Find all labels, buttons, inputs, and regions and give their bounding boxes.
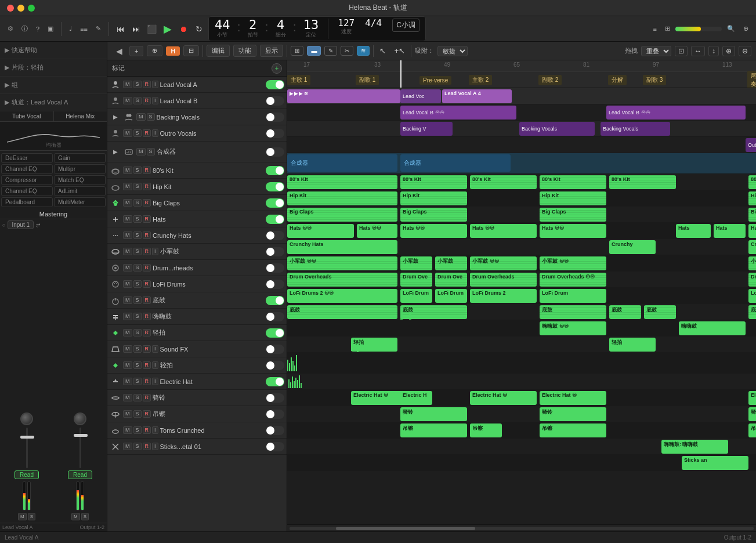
clip-hats-3[interactable]: Hats ♾♾ [400, 224, 467, 238]
clip-80s-6[interactable]: 80's Kit [748, 175, 756, 189]
solo-btn-overheads[interactable]: S [133, 264, 142, 272]
clip-vocal-b-2[interactable]: Lead Vocal B ♾♾ [606, 106, 746, 120]
input-selector[interactable]: Input 1 [8, 220, 34, 229]
clip-overheads-2[interactable]: Drum Ove [400, 273, 432, 287]
clip-backing-1[interactable]: Backing V [400, 122, 453, 136]
key-display[interactable]: C小调 [392, 19, 419, 32]
clip-electrichat-3[interactable]: Electric Hat ♾ [470, 391, 537, 405]
clip-crash-1[interactable]: 吊镲 [400, 423, 467, 437]
tracks-scroll-area[interactable]: ▶ ▶ ▶ ≋ Lead Vocal A 4 Lead Voc Lead Voc… [287, 88, 756, 524]
record-btn-snare[interactable]: R [143, 248, 151, 255]
clip-kick-5[interactable]: 底鼓 [644, 305, 676, 319]
cycle-button[interactable]: ↻ [192, 23, 206, 35]
solo-btn-electrichat[interactable]: S [133, 378, 142, 385]
channel2-fader-thumb[interactable] [74, 434, 88, 437]
clip-vocal-b-1[interactable]: Lead Vocal B ♾♾ [400, 106, 516, 120]
record-btn-vocal-a[interactable]: R [143, 81, 151, 88]
mute-btn-snare[interactable]: M [123, 248, 132, 255]
clip-hats-5[interactable]: Hats ♾♾ [540, 224, 606, 238]
clip-lofi-5[interactable]: LoFi Drum [540, 289, 606, 303]
clip-80s-5[interactable]: 80's Kit [609, 175, 676, 189]
channel1-read-btn[interactable]: Read [15, 470, 39, 479]
clip-hip-3[interactable]: Hip Kit [540, 191, 606, 205]
channel2-m-btn[interactable]: M [71, 513, 80, 520]
clip-hats-4[interactable]: Hats ♾♾ [470, 224, 537, 238]
list-icon[interactable]: ≡ [650, 24, 660, 34]
solo-btn-crash[interactable]: S [133, 410, 142, 418]
input-btn-vocal-b[interactable]: I [152, 97, 158, 104]
record-btn-lightclap[interactable]: R [143, 329, 151, 336]
track-toggle-lofi[interactable] [266, 280, 284, 289]
expand-synth-icon[interactable]: ▶ [110, 149, 121, 155]
record-btn-hip[interactable]: R [143, 183, 151, 190]
track-toggle-backing[interactable] [266, 113, 284, 122]
output-meter[interactable] [675, 27, 722, 31]
clip-hats-6[interactable]: Hats [676, 224, 711, 238]
clip-hip-1[interactable]: Hip Kit [287, 191, 397, 205]
clip-overheads-4[interactable]: Drum Overheads [470, 273, 537, 287]
track-toggle-soundfx[interactable] [266, 345, 284, 354]
clip-electrichat-2[interactable]: Electric H [400, 391, 432, 405]
pointer-tool[interactable]: ↖ [377, 45, 388, 56]
zoom-h-button[interactable]: ↔ [691, 46, 705, 56]
zoom-out-button[interactable]: ⊖ [739, 46, 751, 56]
play-button[interactable]: ▶ [161, 23, 175, 35]
solo-btn-hats[interactable]: S [133, 215, 142, 223]
record-btn-hihat[interactable]: R [143, 313, 151, 320]
input-btn-electrichat[interactable]: I [152, 378, 158, 385]
plugin-pedalboard[interactable]: Pedalboard [1, 197, 53, 207]
add-tool[interactable]: +↖ [392, 45, 407, 56]
input-btn-toms[interactable]: I [152, 426, 158, 434]
clip-lofi-2[interactable]: LoFi Drum [400, 289, 432, 303]
clip-electrichat-4[interactable]: Electric Hat ♾ [540, 391, 606, 405]
clip-electrichat-5[interactable]: Electric H [748, 391, 756, 405]
clip-ride-3[interactable]: 骑铃 [748, 407, 756, 421]
input-btn-vocal-a[interactable]: I [152, 81, 158, 88]
solo-btn-vocal-b[interactable]: S [133, 97, 142, 104]
clip-crash-4[interactable]: 吊镲 [748, 423, 756, 437]
maximize-button[interactable] [28, 5, 35, 12]
solo-btn-80s[interactable]: S [133, 166, 142, 174]
record-btn-ride[interactable]: R [143, 394, 151, 401]
mute-btn-hihat[interactable]: M [123, 313, 132, 320]
record-btn-80s[interactable]: R [143, 166, 151, 174]
zoom-in-button[interactable]: ⊕ [722, 46, 735, 56]
plugin-multipr[interactable]: Multipr [54, 164, 106, 174]
record-btn-overheads[interactable]: R [143, 264, 151, 272]
mute-btn-kick[interactable]: M [123, 296, 132, 304]
mute-btn-sticks[interactable]: M [123, 443, 132, 450]
track-toggle-crunchy[interactable] [266, 231, 284, 240]
track-toggle-crash[interactable] [266, 410, 284, 419]
clip-vocal-a-leadvoc[interactable]: Lead Voc [400, 89, 441, 103]
expand-backing-icon[interactable]: ▶ [110, 114, 121, 120]
solo-btn-ride[interactable]: S [133, 394, 142, 401]
mute-btn-hip[interactable]: M [123, 183, 132, 190]
solo-btn-claps[interactable]: S [133, 199, 142, 207]
mixer-icon[interactable]: ≡≡ [77, 24, 91, 34]
plugin-compressor[interactable]: Compressor [1, 175, 53, 185]
input-btn-snare[interactable]: I [152, 248, 158, 255]
record-btn-vocal-b[interactable]: R [143, 97, 151, 104]
input-btn-outro[interactable]: I [152, 129, 158, 137]
stop-button[interactable]: ⬛ [145, 23, 159, 35]
solo-btn-kick[interactable]: S [133, 296, 142, 304]
solo-btn-crunchy[interactable]: S [133, 231, 142, 239]
close-button[interactable] [7, 5, 14, 12]
mute-btn-hats[interactable]: M [123, 215, 132, 223]
record-btn-toms[interactable]: R [143, 426, 151, 434]
channel1-fader-thumb[interactable] [20, 436, 34, 439]
solo-btn-backing[interactable]: S [147, 113, 155, 121]
channel1-s-btn[interactable]: S [28, 513, 35, 520]
mute-btn-lightclap2[interactable]: M [123, 361, 132, 369]
fast-forward-button[interactable]: ⏭ [129, 23, 143, 35]
clip-crash-2[interactable]: 吊镲 [470, 423, 502, 437]
clip-crunchyhats-2[interactable]: Crunchy [609, 240, 656, 254]
clip-80s-2[interactable]: 80's Kit [400, 175, 467, 189]
track-toggle-electrichat[interactable] [266, 377, 284, 386]
clip-backing-3[interactable]: Backing Vocals [601, 122, 670, 136]
clip-vocal-a-2[interactable]: Lead Vocal A 4 [442, 89, 512, 103]
group-header[interactable]: ▶ 组 [5, 79, 102, 91]
horizontal-scrollbar[interactable] [287, 524, 756, 531]
solo-btn-sticks[interactable]: S [133, 443, 142, 450]
clip-outro-1[interactable]: Outro V [746, 138, 756, 152]
